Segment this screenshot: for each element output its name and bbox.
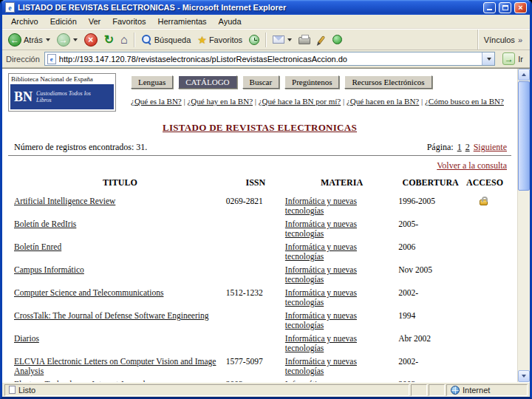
menu-edicion[interactable]: Edición [44,16,83,27]
back-button[interactable]: ← Atrás [5,32,53,48]
quick-links-separator: | [341,97,347,106]
next-page-link[interactable]: Siguiente [474,142,507,153]
pagination-label: Página: [427,142,454,153]
back-dropdown-icon[interactable] [46,38,50,41]
links-chevron-icon: » [518,35,522,44]
materia-link[interactable]: Informática y nuevas tecnologías [285,288,357,307]
menu-favoritos[interactable]: Favoritos [106,16,151,27]
links-label[interactable]: Vínculos [484,35,515,44]
maximize-icon [502,5,508,10]
messenger-icon [332,35,342,44]
mail-button[interactable] [270,34,295,45]
go-icon: → [502,52,515,65]
home-button[interactable]: ⌂ [117,33,131,47]
nav-button-catalogo[interactable]: CATÁLOGO [178,75,236,89]
materia-link[interactable]: Informática y nuevas tecnologías [285,219,357,238]
back-to-search-link[interactable]: Volver a la consulta [437,160,507,171]
materia-link[interactable]: Informática y nuevas tecnologías [285,380,357,382]
forward-dropdown-icon[interactable] [73,38,78,41]
cobertura-cell: 2002- [398,355,463,378]
page-number-link[interactable]: 2 [466,142,470,153]
journal-title-link[interactable]: Campus Informático [14,265,84,274]
menu-herramientas[interactable]: Herramientas [152,16,213,27]
nav-button-preguntenos[interactable]: Pregúntenos [284,75,339,89]
materia-link[interactable]: Informática y nuevas tecnologías [285,242,357,261]
nav-button-buscar[interactable]: Buscar [242,75,280,89]
print-button[interactable] [296,33,313,46]
vertical-scrollbar[interactable] [517,69,530,382]
scroll-down-button[interactable] [518,370,530,382]
quick-link-que-es-la-bn[interactable]: ¿Qué es la BN? [131,97,182,106]
journal-title-link[interactable]: CrossTalk: The Journal of Defense Softwa… [14,311,208,320]
menu-ver[interactable]: Ver [83,16,107,27]
search-button[interactable]: Búsqueda [138,33,194,47]
menu-archivo[interactable]: Archivo [5,16,44,27]
quick-links-separator: | [253,97,259,106]
address-label: Dirección [6,55,40,64]
materia-cell: Informática y nuevas tecnologías [285,355,398,378]
quick-link-que-hacen-en-la-bn[interactable]: ¿Qué hacen en la BN? [347,97,419,106]
journal-title-link[interactable]: Artificial Intelligence Review [14,197,115,205]
bn-logo[interactable]: Biblioteca Nacional de España BN Custodi… [8,73,116,112]
cobertura-cell: Nov 2005 [398,264,463,287]
page-number-link[interactable]: 1 [457,142,462,153]
edit-button[interactable] [314,34,329,46]
minimize-button[interactable] [483,2,496,13]
mail-dropdown-icon[interactable] [287,38,292,41]
links-toolbar[interactable]: Vínculos » [477,30,527,50]
go-button[interactable]: → Ir [499,52,526,66]
favorites-star-icon: ★ [197,35,207,45]
back-icon: ← [8,33,21,47]
edit-icon [318,35,326,44]
table-row: Electron Technology - Internet Journal20… [14,378,507,382]
journal-title-link[interactable]: Electron Technology - Internet Journal [14,380,146,382]
quick-link-como-busco-en-la-bn[interactable]: ¿Cómo busco en la BN? [425,97,504,106]
refresh-button[interactable]: ↻ [101,33,117,47]
toolbar: ← Atrás → × ↻ ⌂ Búsqueda ★ Favoritos [2,29,530,50]
journal-title-link[interactable]: ELCVIA Electronic Letters on Computer Vi… [14,357,216,375]
table-row: CrossTalk: The Journal of Defense Softwa… [14,310,507,332]
materia-link[interactable]: Informática y nuevas tecnologías [285,265,357,284]
title-bar[interactable]: e LISTADO DE REVISTAS ELECTRONICAS - Mic… [2,0,530,15]
journal-title-link[interactable]: Computer Science and Telecommunications [14,288,163,297]
quick-link-que-hace-la-bn-por-mi[interactable]: ¿Qué hace la BN por mí? [259,97,341,106]
titulo-cell: Diarios [14,332,226,355]
address-input[interactable]: e http://193.147.120.78/revistaselectron… [44,52,495,66]
materia-cell: Informática y nuevas tecnologías [285,310,398,332]
cobertura-cell: 2006 [398,241,463,264]
internet-zone-icon [451,386,460,395]
journal-title-link[interactable]: Boletín Enred [14,242,61,251]
address-dropdown-button[interactable] [482,52,494,65]
materia-cell: Informática y nuevas tecnologías [285,332,398,355]
table-row: Computer Science and Telecommunications1… [14,287,507,310]
mail-icon [273,35,284,44]
maximize-button[interactable] [499,2,511,13]
acceso-cell [463,218,507,241]
journal-title-link[interactable]: Boletín de RedIris [14,219,76,228]
scrollbar-thumb[interactable] [518,81,530,191]
materia-link[interactable]: Informática y nuevas tecnologías [285,197,357,215]
nav-button-lenguas[interactable]: Lenguas [131,75,173,89]
favorites-label: Favoritos [209,35,242,44]
journal-title-link[interactable]: Diarios [14,334,39,343]
table-row: DiariosInformática y nuevas tecnologíasA… [14,332,507,355]
close-button[interactable]: × [514,2,527,13]
stop-button[interactable]: × [81,32,100,48]
cobertura-cell: 2002- [398,287,463,310]
security-zone-panel: Internet [446,384,528,396]
materia-link[interactable]: Informática y nuevas tecnologías [285,311,357,330]
menu-ayuda[interactable]: Ayuda [213,16,248,27]
column-header-cobertura: COBERTURA [398,176,463,195]
issn-cell: 1577-5097 [226,355,285,378]
forward-button[interactable]: → [54,32,81,48]
materia-link[interactable]: Informática y nuevas tecnologías [285,334,357,352]
column-header-acceso: ACCESO [463,176,507,195]
messenger-button[interactable] [330,33,345,46]
nav-button-recursos-electronicos[interactable]: Recursos Electrónicos [344,75,432,89]
favorites-button[interactable]: ★ Favoritos [194,33,245,47]
quick-link-que-hay-en-la-bn[interactable]: ¿Qué hay en la BN? [187,97,253,106]
site-nav-buttons: LenguasCATÁLOGOBuscarPregúntenosRecursos… [131,75,504,89]
history-button[interactable] [246,33,262,47]
scroll-up-button[interactable] [518,69,530,81]
materia-link[interactable]: Informática y nuevas tecnologías [285,357,357,375]
